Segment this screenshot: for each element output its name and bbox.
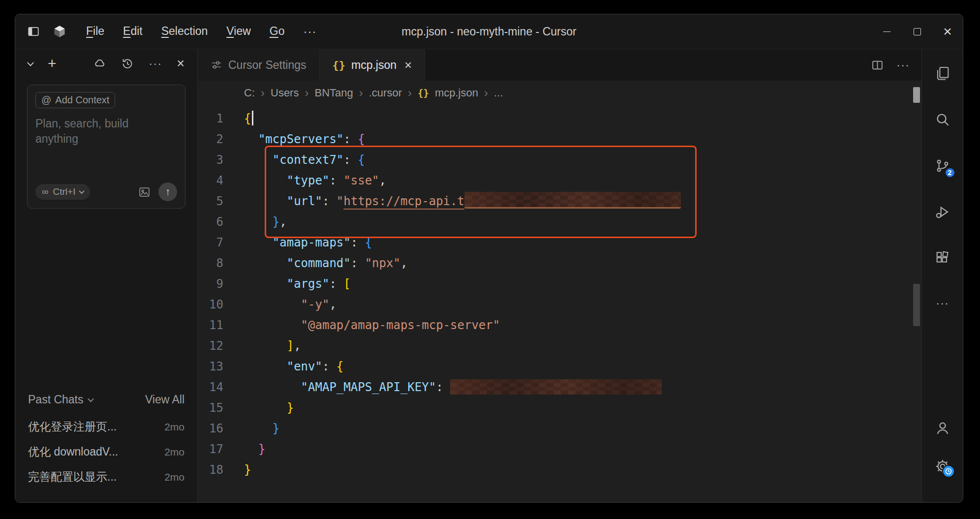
line-number[interactable]: 6 <box>198 212 223 232</box>
text-cursor <box>252 111 253 125</box>
code-line[interactable]: } <box>244 418 921 439</box>
settings-gear-icon[interactable] <box>934 458 951 475</box>
line-number[interactable]: 1 <box>198 108 223 129</box>
sidebar-toggle-icon[interactable] <box>27 25 40 38</box>
add-context-chip[interactable]: @ Add Context <box>35 92 115 108</box>
line-number[interactable]: 12 <box>198 336 223 356</box>
code-token: "env" <box>287 360 322 373</box>
tab-mcp-json[interactable]: {} mcp.json × <box>320 49 426 81</box>
code-line[interactable]: "@amap/amap-maps-mcp-server" <box>244 315 921 336</box>
code-line[interactable]: "context7": { <box>244 150 921 170</box>
breadcrumb-item[interactable]: .cursor <box>369 87 402 99</box>
account-icon[interactable] <box>934 420 951 436</box>
line-number[interactable]: 18 <box>198 459 223 480</box>
line-number[interactable]: 5 <box>198 191 223 212</box>
chevron-down-icon[interactable] <box>28 61 33 66</box>
code-line[interactable]: "-y", <box>244 294 921 315</box>
menu-edit[interactable]: Edit <box>123 25 143 38</box>
chat-placeholder: Plan, search, build anything <box>35 116 144 147</box>
menu-selection[interactable]: Selection <box>161 25 208 38</box>
breadcrumb-item[interactable]: ... <box>494 87 503 99</box>
line-number[interactable]: 8 <box>198 253 223 274</box>
menu-go[interactable]: Go <box>270 25 285 38</box>
line-number[interactable]: 11 <box>198 315 223 336</box>
extensions-icon[interactable] <box>934 250 951 267</box>
run-debug-icon[interactable] <box>934 204 951 220</box>
line-number[interactable]: 15 <box>198 397 223 418</box>
cloud-icon[interactable] <box>93 57 106 70</box>
tab-label: mcp.json <box>351 59 397 72</box>
code-line[interactable]: "type": "sse", <box>244 170 921 191</box>
scrollbar-thumb[interactable] <box>913 284 920 326</box>
split-editor-icon[interactable] <box>871 59 884 71</box>
code-line[interactable]: { <box>244 108 921 129</box>
code-content[interactable]: { "mcpServers": { "context7": { "type": … <box>236 105 921 480</box>
line-number[interactable]: 4 <box>198 170 223 191</box>
code-line[interactable]: "url": "https://mcp-api.t <box>244 191 921 212</box>
menu-file[interactable]: File <box>86 25 104 38</box>
maximize-button[interactable] <box>902 14 932 49</box>
chat-title: 优化登录注册页... <box>28 419 117 434</box>
code-line[interactable]: } <box>244 397 921 418</box>
code-token: } <box>273 215 279 229</box>
code-line[interactable]: }, <box>244 212 921 232</box>
chat-sidebar: + ··· × @ <box>15 49 198 502</box>
editor-scrollbar[interactable] <box>912 81 921 502</box>
code-line[interactable]: "AMAP_MAPS_API_KEY": <box>244 377 921 397</box>
history-icon[interactable] <box>121 57 134 70</box>
close-tab-icon[interactable]: × <box>404 59 412 71</box>
code-line[interactable]: } <box>244 439 921 459</box>
chat-age: 2mo <box>164 471 184 483</box>
search-icon[interactable] <box>934 111 951 128</box>
chat-history-item[interactable]: 优化 downloadV... 2mo <box>28 439 184 464</box>
activity-more-icon[interactable]: ··· <box>936 296 949 310</box>
past-chats-label[interactable]: Past Chats <box>28 393 84 406</box>
menu-overflow-icon[interactable]: ··· <box>303 25 316 38</box>
chat-history-item[interactable]: 完善配置以显示... 2mo <box>28 464 184 489</box>
editor-more-icon[interactable]: ··· <box>896 58 910 72</box>
scrollbar-decoration <box>913 87 920 103</box>
new-chat-button[interactable]: + <box>48 56 57 71</box>
line-number[interactable]: 14 <box>198 377 223 397</box>
code-editor[interactable]: 123456789101112131415161718 { "mcpServer… <box>198 105 921 502</box>
line-number[interactable]: 17 <box>198 439 223 459</box>
line-number[interactable]: 7 <box>198 232 223 253</box>
line-number[interactable]: 16 <box>198 418 223 439</box>
minimize-button[interactable] <box>871 14 902 49</box>
code-line[interactable]: "args": [ <box>244 274 921 294</box>
attach-image-button[interactable] <box>138 186 151 198</box>
code-line[interactable]: "amap-maps": { <box>244 232 921 253</box>
code-line[interactable]: "mcpServers": { <box>244 129 921 150</box>
breadcrumb-item[interactable]: BNTang <box>314 87 353 99</box>
code-line[interactable]: "command": "npx", <box>244 253 921 274</box>
line-number[interactable]: 2 <box>198 129 223 150</box>
code-line[interactable]: "env": { <box>244 356 921 377</box>
chat-input[interactable]: @ Add Context Plan, search, build anythi… <box>27 85 185 209</box>
tab-cursor-settings[interactable]: Cursor Settings <box>198 49 320 81</box>
tab-label: Cursor Settings <box>228 59 306 72</box>
source-control-icon[interactable]: 2 <box>934 157 951 174</box>
close-panel-icon[interactable]: × <box>177 57 184 70</box>
line-number[interactable]: 13 <box>198 356 223 377</box>
line-number[interactable]: 9 <box>198 274 223 294</box>
chat-history-item[interactable]: 优化登录注册页... 2mo <box>28 414 184 439</box>
line-number[interactable]: 3 <box>198 150 223 170</box>
more-options-icon[interactable]: ··· <box>149 57 162 70</box>
chevron-down-icon <box>79 188 85 194</box>
code-token: { <box>244 112 251 125</box>
send-button[interactable]: ↑ <box>158 183 177 201</box>
explorer-files-icon[interactable] <box>934 65 951 82</box>
code-line[interactable]: ], <box>244 336 921 356</box>
close-window-button[interactable]: × <box>932 14 963 49</box>
breadcrumb-item[interactable]: Users <box>271 87 299 99</box>
line-number[interactable]: 10 <box>198 294 223 315</box>
breadcrumb-item[interactable]: C: <box>244 87 255 99</box>
code-token: : <box>329 277 343 291</box>
chat-age: 2mo <box>164 446 184 458</box>
at-sign-icon: @ <box>41 94 51 106</box>
mode-selector[interactable]: ∞ Ctrl+I <box>35 184 90 200</box>
code-line[interactable]: } <box>244 459 921 480</box>
view-all-link[interactable]: View All <box>145 393 184 406</box>
menu-view[interactable]: View <box>226 25 250 38</box>
breadcrumb-item[interactable]: mcp.json <box>435 87 478 99</box>
